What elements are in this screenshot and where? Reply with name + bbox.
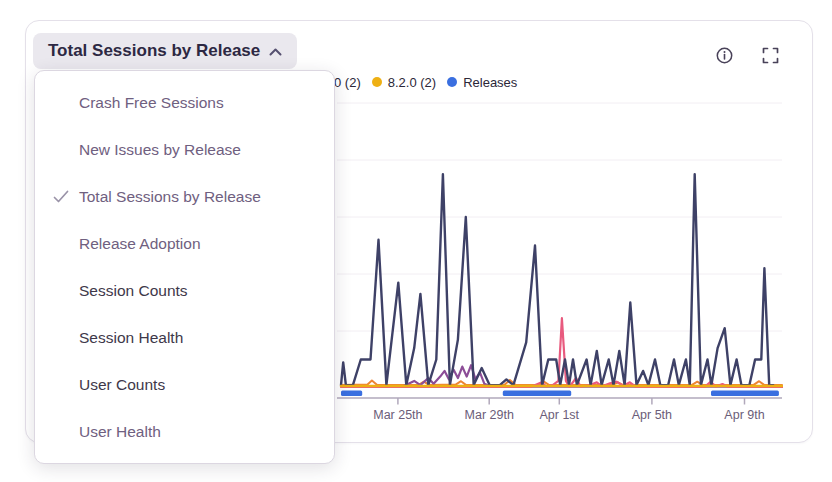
widget-actions — [716, 47, 779, 64]
menu-item-label: Total Sessions by Release — [79, 188, 261, 206]
legend-item[interactable]: Releases — [447, 75, 517, 90]
sessions-chart[interactable]: Mar 25thMar 29thApr 1stApr 5thApr 9th — [337, 97, 783, 427]
legend-item-label: 8.2.0 (2) — [388, 75, 436, 90]
menu-item-label: Session Health — [79, 329, 183, 347]
widget-title-dropdown-trigger[interactable]: Total Sessions by Release — [33, 33, 297, 69]
x-axis-label: Mar 25th — [373, 408, 422, 422]
menu-item-label: New Issues by Release — [79, 141, 241, 159]
series-line-series-navy[interactable] — [341, 174, 773, 385]
menu-item-user-counts[interactable]: User Counts — [35, 361, 334, 408]
legend-item-label: Releases — [463, 75, 517, 90]
expand-icon[interactable] — [762, 47, 779, 64]
x-axis-label: Apr 5th — [632, 408, 672, 422]
legend-swatch-icon — [372, 77, 382, 87]
menu-item-session-health[interactable]: Session Health — [35, 314, 334, 361]
chart-canvas[interactable]: Mar 25thMar 29thApr 1stApr 5thApr 9th — [337, 97, 783, 427]
menu-item-crash-free-sessions[interactable]: Crash Free Sessions — [35, 79, 334, 126]
menu-item-label: Release Adoption — [79, 235, 201, 253]
release-bar[interactable] — [341, 391, 362, 397]
release-bar[interactable] — [711, 391, 779, 397]
menu-item-new-issues-by-release[interactable]: New Issues by Release — [35, 126, 334, 173]
x-axis: Mar 25thMar 29thApr 1stApr 5thApr 9th — [337, 398, 782, 422]
gridlines — [337, 103, 782, 331]
x-axis-label: Apr 9th — [724, 408, 764, 422]
menu-item-label: Session Counts — [79, 282, 188, 300]
widget-type-dropdown-menu: Crash Free SessionsNew Issues by Release… — [34, 70, 335, 464]
x-axis-label: Mar 29th — [465, 408, 514, 422]
widget-title: Total Sessions by Release — [48, 41, 260, 61]
menu-item-label: User Counts — [79, 376, 165, 394]
menu-item-label: User Health — [79, 423, 161, 441]
release-bar[interactable] — [503, 391, 571, 397]
x-axis-label: Apr 1st — [539, 408, 579, 422]
series-lines — [341, 174, 782, 387]
menu-item-total-sessions-by-release[interactable]: Total Sessions by Release — [35, 173, 334, 220]
info-icon[interactable] — [716, 47, 733, 64]
menu-item-label: Crash Free Sessions — [79, 94, 224, 112]
legend-item[interactable]: 8.2.0 (2) — [372, 75, 436, 90]
release-bars — [341, 391, 779, 397]
menu-item-session-counts[interactable]: Session Counts — [35, 267, 334, 314]
legend-swatch-icon — [447, 77, 457, 87]
menu-item-release-adoption[interactable]: Release Adoption — [35, 220, 334, 267]
chevron-up-icon — [269, 48, 282, 56]
chart-legend: 0 (2) 8.2.0 (2)Releases — [334, 72, 517, 92]
menu-item-user-health[interactable]: User Health — [35, 408, 334, 455]
check-icon — [53, 190, 79, 203]
legend-item-partial[interactable]: 0 (2) — [334, 75, 361, 90]
